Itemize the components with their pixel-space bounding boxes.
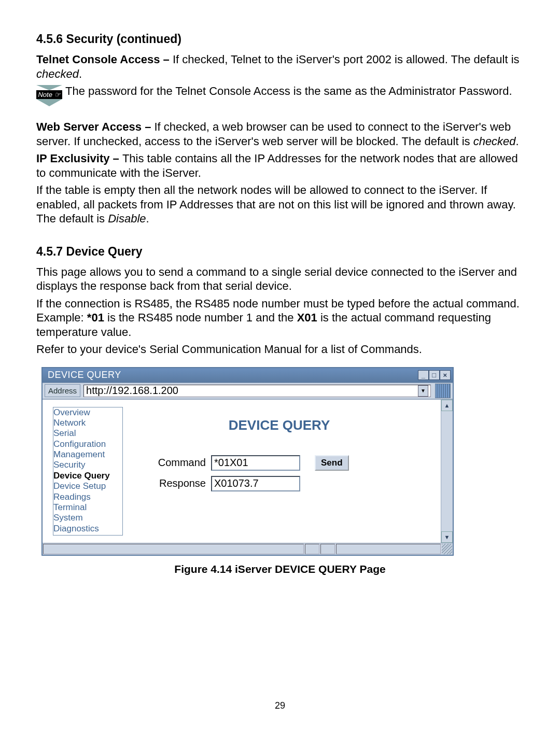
sidebar-item-system[interactable]: System bbox=[53, 513, 121, 523]
content-area: Overview Network Serial Configuration Ma… bbox=[43, 399, 453, 543]
web-paragraph: Web Server Access – If checked, a web br… bbox=[36, 120, 524, 148]
response-label: Response bbox=[144, 477, 211, 489]
dq-p2d: X01 bbox=[297, 311, 317, 324]
address-label: Address bbox=[45, 384, 80, 397]
status-cell-1 bbox=[43, 544, 304, 554]
status-cell-3 bbox=[320, 544, 335, 554]
ipex-bold: IP Exclusivity – bbox=[36, 152, 122, 165]
dq-p2b: *01 bbox=[87, 311, 104, 324]
sidebar-item-device-query[interactable]: Device Query bbox=[53, 471, 121, 481]
command-input[interactable]: *01X01 bbox=[211, 455, 300, 471]
sidebar-item-management[interactable]: Management bbox=[53, 449, 121, 460]
response-output: X01073.7 bbox=[211, 476, 300, 491]
sidebar-item-overview[interactable]: Overview bbox=[53, 407, 121, 418]
sidebar-item-readings[interactable]: Readings bbox=[53, 492, 121, 502]
web-ital: checked bbox=[473, 135, 516, 148]
note-block: Note ☞ The password for the Telnet Conso… bbox=[36, 84, 524, 106]
address-bar: Address http://192.168.1.200 ▼ bbox=[43, 383, 453, 399]
telnet-text2: . bbox=[79, 67, 82, 80]
sidebar-item-diagnostics[interactable]: Diagnostics bbox=[53, 524, 121, 534]
resize-grip-icon[interactable] bbox=[442, 544, 452, 554]
dq-p3: Refer to your device's Serial Communicat… bbox=[36, 342, 524, 357]
section-heading-456: 4.5.6 Security (continued) bbox=[36, 32, 524, 46]
chevron-down-icon[interactable]: ▼ bbox=[418, 385, 428, 397]
telnet-ital: checked bbox=[36, 67, 79, 80]
page-title: DEVICE QUERY bbox=[144, 417, 415, 433]
dq-p2: If the connection is RS485, the RS485 no… bbox=[36, 297, 524, 340]
maximize-icon[interactable]: □ bbox=[429, 370, 440, 380]
telnet-text1: If checked, Telnet to the iServer's port… bbox=[173, 53, 520, 66]
close-icon[interactable]: × bbox=[440, 370, 451, 380]
section-heading-457: 4.5.7 Device Query bbox=[36, 245, 524, 259]
note-icon: Note ☞ bbox=[36, 85, 62, 106]
sidebar-item-configuration[interactable]: Configuration bbox=[53, 439, 121, 449]
ipex2-t2: . bbox=[146, 212, 149, 225]
dq-p1: This page allows you to send a command t… bbox=[36, 265, 524, 293]
note-text: The password for the Telnet Console Acce… bbox=[65, 84, 524, 98]
response-row: Response X01073.7 bbox=[144, 476, 436, 491]
titlebar: DEVICE QUERY _ □ × bbox=[43, 368, 453, 383]
ipex2-paragraph: If the table is empty then all the netwo… bbox=[36, 183, 524, 226]
throbber-icon bbox=[435, 384, 451, 398]
telnet-bold: Telnet Console Access – bbox=[36, 53, 173, 66]
minimize-icon[interactable]: _ bbox=[418, 370, 429, 380]
page-number: 29 bbox=[0, 700, 560, 711]
vertical-scrollbar[interactable]: ▲ ▼ bbox=[441, 400, 453, 543]
dq-p2c: is the RS485 node number 1 and the bbox=[104, 311, 297, 324]
command-row: Command *01X01 Send bbox=[144, 455, 436, 471]
sidebar-item-device-setup[interactable]: Device Setup bbox=[53, 481, 121, 491]
send-button[interactable]: Send bbox=[315, 455, 349, 471]
address-input[interactable]: http://192.168.1.200 ▼ bbox=[83, 385, 431, 397]
figure-caption: Figure 4.14 iServer DEVICE QUERY Page bbox=[36, 563, 524, 575]
sidebar-item-serial[interactable]: Serial bbox=[53, 428, 121, 439]
status-cell-2 bbox=[305, 544, 319, 554]
status-bar bbox=[43, 543, 453, 555]
sidebar-item-network[interactable]: Network bbox=[53, 418, 121, 428]
ipex2-ital: Disable bbox=[108, 212, 146, 225]
browser-window: DEVICE QUERY _ □ × Address http://192.16… bbox=[41, 367, 454, 556]
status-cell-4 bbox=[336, 544, 441, 554]
scroll-down-icon[interactable]: ▼ bbox=[441, 531, 453, 543]
note-icon-label: Note ☞ bbox=[36, 90, 62, 99]
sidebar-item-terminal[interactable]: Terminal bbox=[53, 502, 121, 513]
sidebar-item-security[interactable]: Security bbox=[53, 460, 121, 470]
main-pane: DEVICE QUERY Command *01X01 Send Respons… bbox=[123, 400, 441, 543]
telnet-paragraph: Telnet Console Access – If checked, Teln… bbox=[36, 52, 524, 81]
sidebar: Overview Network Serial Configuration Ma… bbox=[43, 400, 123, 543]
address-value: http://192.168.1.200 bbox=[86, 385, 178, 397]
ipex-paragraph: IP Exclusivity – This table contains all… bbox=[36, 151, 524, 180]
command-label: Command bbox=[144, 457, 211, 469]
scroll-up-icon[interactable]: ▲ bbox=[441, 400, 453, 411]
web-bold: Web Server Access – bbox=[36, 120, 154, 133]
window-title: DEVICE QUERY bbox=[48, 370, 121, 381]
web-text2: . bbox=[516, 135, 519, 148]
